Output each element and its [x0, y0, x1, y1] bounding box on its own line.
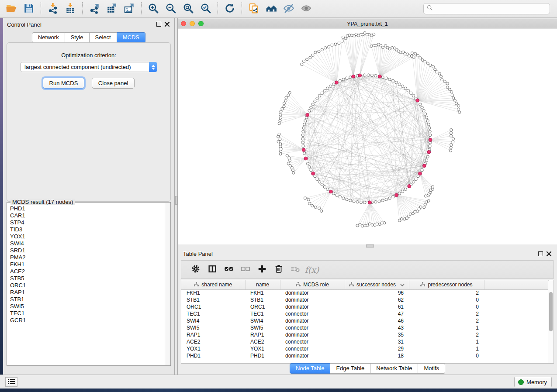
network-window-titlebar[interactable]: YPA_prune.txt_1 — [178, 19, 557, 28]
mcds-result-item[interactable]: FKH1 — [10, 261, 165, 268]
cell-name[interactable]: TEC1 — [245, 310, 280, 317]
column-header-shared-name[interactable]: shared name — [181, 280, 245, 289]
cell-predecessor-nodes[interactable]: 0 — [409, 303, 484, 310]
mcds-result-item[interactable]: ACE2 — [10, 268, 165, 275]
cell-predecessor-nodes[interactable]: 1 — [409, 324, 484, 331]
mcds-result-item[interactable]: TID3 — [10, 226, 165, 233]
mcds-result-item[interactable]: TEC1 — [10, 310, 165, 317]
cell-successor-nodes[interactable]: 35 — [345, 331, 409, 338]
zoom-selected-button[interactable] — [198, 1, 214, 16]
zoom-fit-button[interactable] — [180, 1, 196, 16]
splitter-handle[interactable] — [366, 244, 374, 248]
task-history-button[interactable] — [5, 377, 17, 387]
mcds-result-item[interactable]: PHD1 — [10, 205, 165, 212]
save-session-button[interactable] — [21, 1, 37, 16]
cell-predecessor-nodes[interactable]: 0 — [409, 296, 484, 303]
close-panel-button[interactable]: Close panel — [92, 78, 135, 89]
mcds-result-item[interactable]: GCR1 — [10, 317, 165, 324]
table-scrollbar[interactable] — [548, 281, 553, 363]
tab-edge-table[interactable]: Edge Table — [330, 363, 370, 374]
tab-network[interactable]: Network — [32, 32, 65, 43]
criterion-select[interactable]: largest connected component (undirected) — [20, 62, 157, 72]
float-panel-icon[interactable] — [156, 22, 161, 27]
cell-successor-nodes[interactable]: 96 — [345, 289, 409, 296]
cell-successor-nodes[interactable]: 47 — [345, 310, 409, 317]
tab-style[interactable]: Style — [65, 32, 90, 43]
cell-successor-nodes[interactable]: 61 — [345, 303, 409, 310]
cell-predecessor-nodes[interactable]: 2 — [409, 310, 484, 317]
cell-shared-name[interactable]: YOX1 — [181, 345, 245, 352]
cell-shared-name[interactable]: PHD1 — [181, 352, 245, 359]
mcds-result-item[interactable]: PMA2 — [10, 254, 165, 261]
deselect-all-button[interactable] — [237, 262, 254, 278]
duplicate-network-button[interactable] — [246, 1, 262, 16]
cell-shared-name[interactable]: STB1 — [181, 296, 245, 303]
mcds-result-item[interactable]: SWI5 — [10, 303, 165, 310]
cell-successor-nodes[interactable]: 46 — [345, 317, 409, 324]
run-mcds-button[interactable]: Run MCDS — [43, 78, 85, 89]
network-canvas[interactable] — [178, 29, 557, 244]
cell-name[interactable]: ACE2 — [245, 338, 280, 345]
mcds-list-scrollbar[interactable] — [165, 203, 170, 365]
close-panel-icon[interactable] — [164, 21, 170, 27]
cell-predecessor-nodes[interactable]: 2 — [409, 317, 484, 324]
cell-successor-nodes[interactable]: 62 — [345, 296, 409, 303]
cell-shared-name[interactable]: ORC1 — [181, 303, 245, 310]
select-all-button[interactable] — [221, 262, 237, 278]
import-table-button[interactable] — [62, 1, 78, 16]
cell-shared-name[interactable]: RAP1 — [181, 331, 245, 338]
cell-mcds-role[interactable]: connector — [280, 338, 345, 345]
cell-name[interactable]: RAP1 — [245, 331, 280, 338]
tab-motifs[interactable]: Motifs — [418, 363, 445, 374]
table-settings-button[interactable] — [187, 262, 204, 278]
tab-select[interactable]: Select — [90, 32, 117, 43]
cell-successor-nodes[interactable]: 18 — [345, 352, 409, 359]
cell-predecessor-nodes[interactable]: 0 — [409, 352, 484, 359]
show-column-button[interactable] — [204, 262, 221, 278]
cell-mcds-role[interactable]: dominator — [280, 303, 345, 310]
mcds-result-item[interactable]: STP4 — [10, 219, 165, 226]
cell-name[interactable]: SWI5 — [245, 324, 280, 331]
cell-predecessor-nodes[interactable]: 2 — [409, 289, 484, 296]
float-panel-icon[interactable] — [538, 251, 543, 256]
function-builder-button[interactable]: f(x) — [304, 262, 320, 278]
export-table-button[interactable] — [104, 1, 120, 16]
export-network-button[interactable] — [86, 1, 102, 16]
splitter-handle[interactable] — [175, 196, 177, 205]
mcds-result-item[interactable]: CAR1 — [10, 212, 165, 219]
add-column-button[interactable] — [254, 262, 270, 278]
cell-name[interactable]: SWI4 — [245, 317, 280, 324]
export-image-button[interactable] — [121, 1, 137, 16]
cell-name[interactable]: STB1 — [245, 296, 280, 303]
first-neighbors-button[interactable] — [263, 1, 279, 16]
search-input[interactable] — [435, 4, 547, 13]
scrollbar-thumb[interactable] — [549, 292, 553, 331]
cell-successor-nodes[interactable]: 31 — [345, 338, 409, 345]
delete-table-button[interactable] — [287, 262, 304, 278]
cell-name[interactable]: YOX1 — [245, 345, 280, 352]
show-all-button[interactable] — [298, 1, 314, 16]
cell-predecessor-nodes[interactable]: 2 — [409, 331, 484, 338]
tab-network-table[interactable]: Network Table — [370, 363, 418, 374]
cell-mcds-role[interactable]: connector — [280, 345, 345, 352]
zoom-out-button[interactable] — [163, 1, 179, 16]
column-header-predecessor-nodes[interactable]: predecessor nodes — [409, 280, 484, 289]
mcds-result-item[interactable]: RAP1 — [10, 289, 165, 296]
cell-mcds-role[interactable]: dominator — [280, 331, 345, 338]
delete-column-button[interactable] — [270, 262, 287, 278]
open-file-button[interactable] — [3, 1, 19, 16]
horizontal-splitter[interactable] — [178, 244, 557, 248]
cell-name[interactable]: FKH1 — [245, 289, 280, 296]
refresh-button[interactable] — [222, 1, 238, 16]
cell-shared-name[interactable]: TEC1 — [181, 310, 245, 317]
mcds-result-item[interactable]: ORC1 — [10, 282, 165, 289]
column-header-successor-nodes[interactable]: successor nodes — [345, 280, 409, 289]
memory-button[interactable]: Memory — [514, 377, 552, 387]
vertical-splitter[interactable] — [175, 18, 178, 375]
cell-shared-name[interactable]: ACE2 — [181, 338, 245, 345]
mcds-result-item[interactable]: STB5 — [10, 275, 165, 282]
mcds-result-item[interactable]: SWI4 — [10, 240, 165, 247]
hide-selected-button[interactable] — [281, 1, 297, 16]
cell-mcds-role[interactable]: dominator — [280, 317, 345, 324]
cell-shared-name[interactable]: SWI5 — [181, 324, 245, 331]
